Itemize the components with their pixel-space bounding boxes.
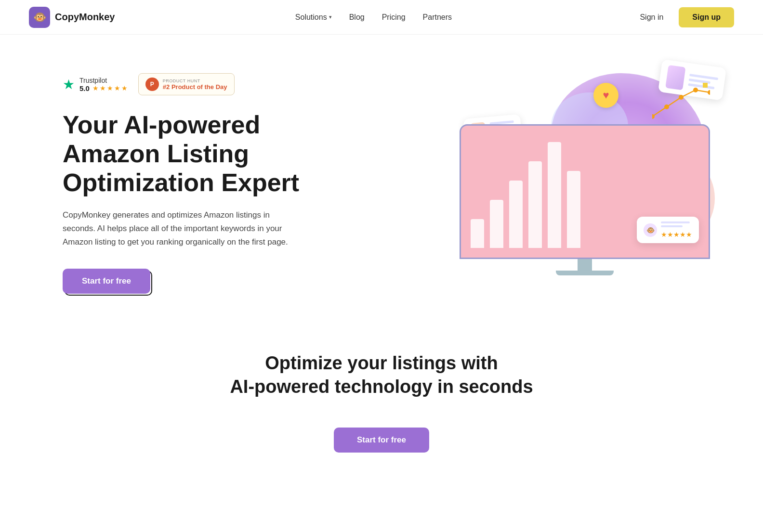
optimize-heading-line2: AI-powered technology in seconds xyxy=(19,375,744,399)
card-text-line-1 xyxy=(661,221,690,223)
trend-line-svg xyxy=(652,83,710,121)
product-hunt-icon: P xyxy=(145,78,159,91)
monitor-stand xyxy=(460,259,710,275)
navbar: 🐵 CopyMonkey Solutions ▾ Blog Pricing Pa… xyxy=(0,0,763,35)
bar-2 xyxy=(490,200,503,248)
svg-point-1 xyxy=(664,104,669,109)
card-text-lines xyxy=(661,221,692,227)
monitor-floating-card: 🐵 ★★★★★ xyxy=(637,217,699,243)
trustpilot-info: Trustpilot 5.0 ★★★★★ xyxy=(79,77,129,92)
hero-cta-button[interactable]: Start for free xyxy=(63,269,150,294)
bar-5 xyxy=(548,142,561,248)
chart-decoration xyxy=(652,83,710,123)
card-text-line-2 xyxy=(661,225,683,227)
svg-point-4 xyxy=(708,90,710,95)
brand-name: CopyMonkey xyxy=(55,12,115,23)
optimize-cta-button[interactable]: Start for free xyxy=(334,428,429,453)
optimize-heading-line1: Optimize your listings with xyxy=(19,351,744,375)
svg-point-2 xyxy=(679,95,684,100)
auth-buttons: Sign in Sign up xyxy=(632,7,734,27)
optimize-section: Optimize your listings with AI-powered t… xyxy=(0,313,763,482)
logo-group: 🐵 CopyMonkey xyxy=(29,7,115,28)
signup-button[interactable]: Sign up xyxy=(679,7,734,27)
nav-solutions[interactable]: Solutions ▾ xyxy=(295,13,332,22)
trustpilot-star-icon: ★ xyxy=(63,77,75,92)
card-avatar: 🐵 xyxy=(644,223,657,237)
trustpilot-stars: ★★★★★ xyxy=(92,84,129,92)
product-hunt-badge: P Product Hunt #2 Product of the Day xyxy=(138,73,235,95)
bar-1 xyxy=(471,219,484,248)
trustpilot-name: Trustpilot xyxy=(79,77,129,84)
trust-badges: ★ Trustpilot 5.0 ★★★★★ P Product Hunt #2… xyxy=(63,73,342,95)
trustpilot-score: 5.0 xyxy=(79,84,90,92)
card-stars: ★★★★★ xyxy=(661,231,692,238)
product-hunt-text: Product Hunt #2 Product of the Day xyxy=(163,78,227,91)
monitor-screen: 🐵 ★★★★★ xyxy=(460,124,710,259)
svg-rect-5 xyxy=(703,83,708,88)
nav-pricing[interactable]: Pricing xyxy=(382,13,406,22)
monitor-neck xyxy=(578,259,592,271)
product-hunt-rank: #2 Product of the Day xyxy=(163,83,227,91)
svg-point-3 xyxy=(693,88,698,92)
nav-blog[interactable]: Blog xyxy=(349,13,365,22)
bar-6 xyxy=(567,171,580,248)
bar-4 xyxy=(528,161,542,248)
hero-content: ★ Trustpilot 5.0 ★★★★★ P Product Hunt #2… xyxy=(63,64,342,294)
monitor-base xyxy=(556,271,614,275)
hero-heading: Your AI-powered Amazon Listing Optimizat… xyxy=(63,111,342,197)
hero-illustration: ♥ xyxy=(455,54,724,285)
floating-heart-icon: ♥ xyxy=(593,83,618,108)
logo-icon: 🐵 xyxy=(29,7,50,28)
bar-chart xyxy=(471,126,580,258)
logo-emoji: 🐵 xyxy=(33,11,46,24)
nav-partners[interactable]: Partners xyxy=(423,13,452,22)
bar-3 xyxy=(509,181,523,248)
trustpilot-badge: ★ Trustpilot 5.0 ★★★★★ xyxy=(63,77,129,92)
hero-section: ★ Trustpilot 5.0 ★★★★★ P Product Hunt #2… xyxy=(0,35,763,313)
product-hunt-label: Product Hunt xyxy=(163,78,227,83)
nav-links: Solutions ▾ Blog Pricing Partners xyxy=(295,13,452,22)
solutions-dropdown-arrow: ▾ xyxy=(329,14,332,20)
trustpilot-rating: 5.0 ★★★★★ xyxy=(79,84,129,92)
optimize-heading: Optimize your listings with AI-powered t… xyxy=(19,351,744,399)
monitor: 🐵 ★★★★★ xyxy=(460,124,710,275)
hero-description: CopyMonkey generates and optimizes Amazo… xyxy=(63,208,303,249)
signin-button[interactable]: Sign in xyxy=(632,9,671,26)
